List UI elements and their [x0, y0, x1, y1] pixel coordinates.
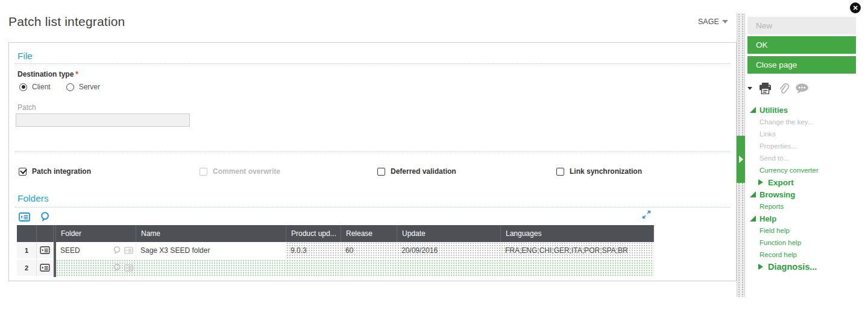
- menu-section-browsing[interactable]: Browsing: [750, 188, 862, 200]
- cell-lookup-icon[interactable]: [113, 263, 122, 272]
- user-menu-label: SAGE: [698, 18, 719, 26]
- row-detail-icon: [40, 264, 50, 272]
- cell-folder[interactable]: [56, 260, 136, 277]
- folders-section-title: Folders: [17, 193, 49, 204]
- options-checkbox-row: Patch integration Comment overwrite Defe…: [9, 167, 736, 179]
- section-divider: [15, 207, 730, 208]
- patch-form-panel: File Destination type* Client Server Pat…: [8, 42, 737, 281]
- cell-languages: FRA;ENG;CHI;GER;ITA;POR;SPA;BR: [501, 242, 654, 260]
- header-action: [37, 225, 54, 242]
- triangle-collapsed-icon: [758, 264, 763, 270]
- section-divider: [15, 151, 730, 152]
- chevron-down-icon: [722, 20, 728, 24]
- radio-selected-icon: [19, 83, 27, 91]
- panel-splitter[interactable]: [737, 13, 745, 297]
- column-header-release[interactable]: Release: [341, 225, 397, 242]
- cell-release: 60: [341, 242, 397, 260]
- required-asterisk: *: [75, 70, 78, 78]
- cell-name[interactable]: Sage X3 SEED folder: [136, 242, 286, 260]
- radio-client[interactable]: Client: [19, 83, 51, 91]
- ok-button[interactable]: OK: [747, 36, 856, 54]
- close-icon: ✕: [852, 4, 858, 12]
- destination-type-label: Destination type*: [17, 70, 78, 78]
- menu-item-change-the-key: Change the key...: [750, 116, 862, 128]
- user-menu-dropdown[interactable]: SAGE: [698, 18, 728, 26]
- checkbox-checked-icon: [19, 168, 27, 176]
- radio-server[interactable]: Server: [66, 83, 100, 91]
- panel-collapse-handle[interactable]: [737, 136, 745, 183]
- row-number: 1: [17, 242, 37, 260]
- menu-item-function-help[interactable]: Function help: [750, 237, 862, 249]
- cell-detail-icon[interactable]: [124, 264, 133, 272]
- menu-item-links: Links: [750, 128, 862, 140]
- triangle-expanded-icon: [750, 215, 756, 221]
- patch-input[interactable]: [16, 113, 190, 127]
- radio-unselected-icon: [66, 83, 74, 91]
- checkbox-unchecked-icon: [377, 168, 385, 176]
- utility-icon-row: [747, 82, 809, 95]
- row-number: 2: [17, 260, 37, 277]
- file-section-title: File: [17, 51, 33, 62]
- cell-lookup-icon[interactable]: [113, 246, 122, 255]
- attachment-icon[interactable]: [777, 82, 790, 95]
- menu-section-help[interactable]: Help: [750, 212, 862, 225]
- row-detail-button[interactable]: [37, 242, 54, 260]
- grid-detail-icon[interactable]: [19, 212, 30, 221]
- column-header-product-update[interactable]: Product upd...: [286, 225, 341, 242]
- menu-subsection-export[interactable]: Export: [750, 176, 862, 188]
- cell-update: [397, 260, 501, 277]
- column-header-languages[interactable]: Languages: [501, 225, 654, 242]
- new-button: New: [747, 17, 856, 34]
- section-divider: [15, 63, 730, 64]
- menu-subsection-diagnosis[interactable]: Diagnosis...: [750, 261, 862, 273]
- menu-item-record-help[interactable]: Record help: [750, 249, 862, 261]
- menu-section-utilities[interactable]: Utilities: [750, 104, 862, 116]
- cell-product-update: [286, 260, 341, 277]
- cell-folder[interactable]: SEED: [56, 242, 136, 260]
- cell-release: [341, 260, 397, 277]
- table-header-row: Folder Name Product upd... Release Updat…: [17, 225, 654, 242]
- checkbox-unchecked-icon: [556, 168, 564, 176]
- grid-fullscreen-icon[interactable]: [642, 210, 651, 219]
- cell-detail-icon[interactable]: [124, 247, 133, 254]
- grid-search-icon[interactable]: [40, 211, 51, 222]
- column-header-folder[interactable]: Folder: [56, 225, 136, 242]
- column-header-name[interactable]: Name: [136, 225, 286, 242]
- destination-type-radio-group: Client Server: [19, 83, 100, 91]
- checkbox-comment-overwrite: Comment overwrite: [200, 167, 280, 176]
- menu-item-currency-converter[interactable]: Currency converter: [750, 164, 862, 176]
- cell-languages: [501, 260, 654, 277]
- context-menu: Utilities Change the key... Links Proper…: [750, 104, 862, 273]
- folders-table: Folder Name Product upd... Release Updat…: [17, 225, 654, 277]
- table-row: 2: [17, 260, 654, 277]
- cell-update: 20/09/2016: [397, 242, 501, 260]
- close-window-button[interactable]: ✕: [850, 2, 861, 13]
- triangle-expanded-icon: [750, 107, 756, 113]
- column-header-update[interactable]: Update: [397, 225, 501, 242]
- checkbox-disabled-icon: [200, 168, 207, 176]
- menu-item-send-to: Send to...: [750, 152, 862, 164]
- close-page-button[interactable]: Close page: [747, 56, 856, 74]
- comment-icon[interactable]: [795, 83, 809, 94]
- page-title: Patch list integration: [8, 14, 125, 29]
- checkbox-deferred-validation[interactable]: Deferred validation: [377, 167, 456, 176]
- grid-toolbar: [19, 211, 51, 222]
- patch-field-label: Patch: [17, 103, 36, 112]
- row-detail-button[interactable]: [37, 260, 54, 277]
- menu-item-reports[interactable]: Reports: [750, 200, 862, 212]
- header-row-number: [17, 225, 37, 242]
- cell-product-update: 9.0.3: [286, 242, 341, 260]
- menu-item-properties: Properties...: [750, 140, 862, 152]
- dropdown-caret-icon[interactable]: [747, 87, 752, 90]
- triangle-collapsed-icon: [758, 179, 763, 185]
- cell-name[interactable]: [136, 260, 286, 277]
- checkbox-link-synchronization[interactable]: Link synchronization: [556, 167, 642, 176]
- triangle-expanded-icon: [750, 191, 756, 197]
- checkbox-patch-integration[interactable]: Patch integration: [19, 167, 91, 176]
- chevron-right-icon: [739, 156, 743, 163]
- table-row: 1 SEED Sage X3 SEED folder 9: [17, 242, 654, 260]
- print-icon[interactable]: [759, 83, 772, 94]
- menu-item-field-help[interactable]: Field help: [750, 225, 862, 237]
- row-detail-icon: [40, 246, 50, 254]
